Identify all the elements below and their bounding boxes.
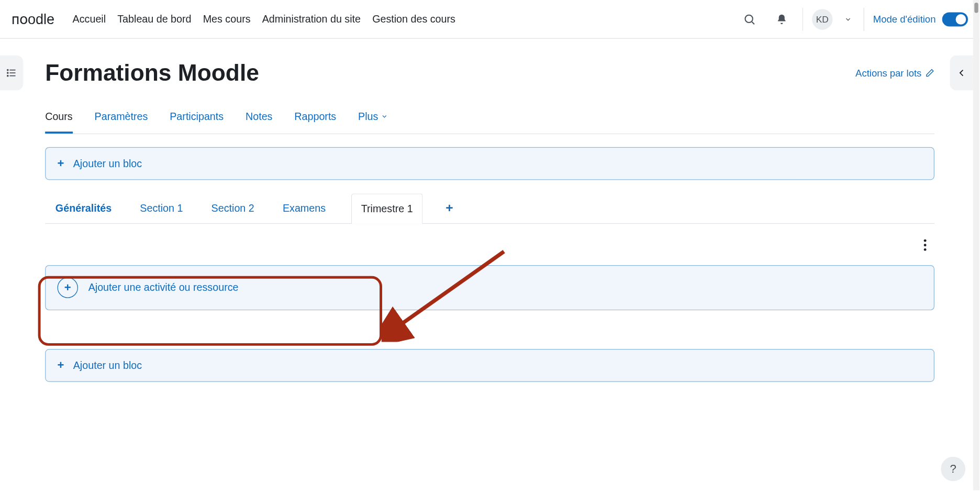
- section-toolbar: [45, 235, 934, 257]
- tab-course[interactable]: Cours: [45, 104, 73, 133]
- add-activity-label: Ajouter une activité ou ressource: [88, 282, 239, 293]
- navbar-right: KD Mode d'édition: [738, 7, 968, 30]
- svg-line-1: [752, 21, 754, 24]
- add-block-button-top[interactable]: + Ajouter un bloc: [45, 147, 934, 180]
- pencil-icon: [926, 68, 934, 77]
- nav-coursemgmt[interactable]: Gestion des cours: [372, 13, 455, 25]
- top-navbar: ᴨᴏodle Accueil Tableau de bord Mes cours…: [0, 0, 979, 39]
- plus-icon: +: [58, 157, 64, 170]
- divider: [802, 7, 803, 30]
- section-tabs: Généralités Section 1 Section 2 Examens …: [45, 193, 934, 224]
- tab-participants[interactable]: Participants: [170, 104, 224, 133]
- toggle-switch-on[interactable]: [942, 12, 968, 26]
- tab-reports[interactable]: Rapports: [294, 104, 336, 133]
- add-activity-button[interactable]: + Ajouter une activité ou ressource: [45, 265, 934, 310]
- user-menu-caret-icon[interactable]: [842, 7, 855, 30]
- add-block-label: Ajouter un bloc: [73, 158, 142, 169]
- brand-logo: ᴨᴏodle: [12, 10, 54, 27]
- tab-more[interactable]: Plus: [358, 104, 388, 133]
- svg-point-10: [924, 248, 927, 251]
- help-button[interactable]: ?: [941, 457, 965, 482]
- section-tab-section1[interactable]: Section 1: [137, 193, 185, 223]
- nav-siteadmin[interactable]: Administration du site: [262, 13, 361, 25]
- divider: [863, 7, 864, 30]
- kebab-icon: [923, 239, 927, 251]
- section-tab-general[interactable]: Généralités: [53, 193, 114, 223]
- tab-grades[interactable]: Notes: [246, 104, 272, 133]
- chevron-down-icon: [381, 111, 388, 122]
- section-tab-trimestre1[interactable]: Trimestre 1: [351, 193, 422, 224]
- edit-mode-toggle[interactable]: Mode d'édition: [873, 12, 968, 26]
- nav-home[interactable]: Accueil: [73, 13, 106, 25]
- bell-icon[interactable]: [770, 7, 793, 30]
- svg-point-9: [924, 244, 927, 246]
- nav-mycourses[interactable]: Mes cours: [203, 13, 251, 25]
- course-nav-tabs: Cours Paramètres Participants Notes Rapp…: [45, 104, 934, 134]
- svg-point-0: [745, 15, 752, 22]
- section-tab-exams[interactable]: Examens: [280, 193, 328, 223]
- bulk-actions-label: Actions par lots: [855, 68, 921, 79]
- section-menu-button[interactable]: [920, 235, 931, 257]
- page-content: Formations Moodle Actions par lots Cours…: [0, 39, 979, 408]
- nav-dashboard[interactable]: Tableau de bord: [117, 13, 191, 25]
- section-tab-section2[interactable]: Section 2: [209, 193, 257, 223]
- add-block-button-bottom[interactable]: + Ajouter un bloc: [45, 349, 934, 382]
- svg-point-8: [924, 239, 927, 242]
- scrollbar-thumb[interactable]: [974, 3, 978, 13]
- tab-settings[interactable]: Paramètres: [95, 104, 148, 133]
- add-section-button[interactable]: +: [446, 201, 453, 215]
- page-title: Formations Moodle: [45, 59, 259, 86]
- primary-nav: Accueil Tableau de bord Mes cours Admini…: [73, 13, 738, 25]
- add-block-label: Ajouter un bloc: [73, 359, 142, 371]
- search-icon[interactable]: [738, 7, 761, 30]
- plus-circle-icon: +: [58, 277, 78, 298]
- page-header: Formations Moodle Actions par lots: [45, 59, 934, 86]
- plus-icon: +: [58, 358, 64, 372]
- tab-more-label: Plus: [358, 111, 378, 122]
- bulk-actions-link[interactable]: Actions par lots: [855, 68, 934, 79]
- user-avatar[interactable]: KD: [812, 9, 832, 29]
- edit-mode-label: Mode d'édition: [873, 14, 936, 25]
